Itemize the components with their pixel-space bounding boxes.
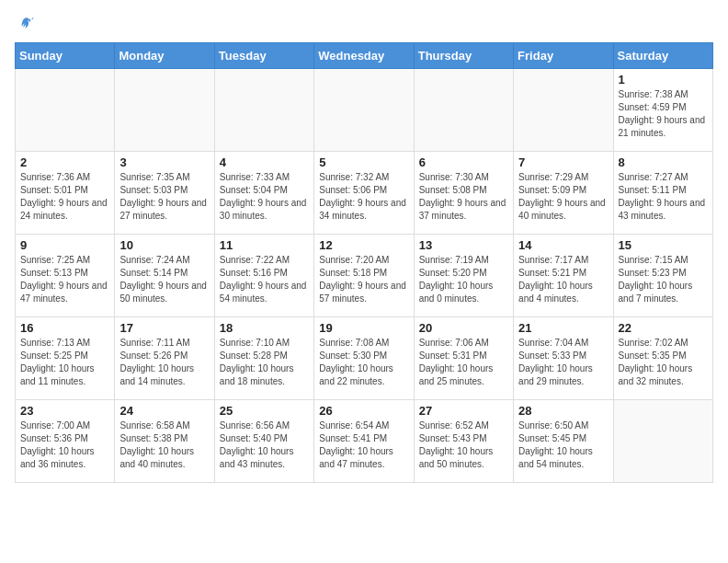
day-number: 9 (20, 238, 109, 252)
calendar-cell: 14Sunrise: 7:17 AM Sunset: 5:21 PM Dayli… (514, 235, 613, 317)
day-info: Sunrise: 6:50 AM Sunset: 5:45 PM Dayligh… (518, 419, 608, 471)
day-info: Sunrise: 7:35 AM Sunset: 5:03 PM Dayligh… (119, 171, 209, 223)
day-number: 8 (619, 155, 708, 169)
day-info: Sunrise: 7:02 AM Sunset: 5:35 PM Dayligh… (619, 337, 708, 388)
day-number: 10 (119, 238, 209, 252)
day-number: 7 (518, 155, 608, 169)
logo-bird-icon (17, 15, 35, 33)
calendar-cell: 20Sunrise: 7:06 AM Sunset: 5:31 PM Dayli… (414, 317, 513, 400)
day-number: 1 (619, 73, 708, 86)
calendar-cell: 4Sunrise: 7:33 AM Sunset: 5:04 PM Daylig… (214, 152, 313, 235)
day-info: Sunrise: 7:36 AM Sunset: 5:01 PM Dayligh… (20, 171, 109, 223)
day-info: Sunrise: 7:20 AM Sunset: 5:18 PM Dayligh… (319, 254, 408, 305)
calendar-cell: 9Sunrise: 7:25 AM Sunset: 5:13 PM Daylig… (16, 235, 115, 317)
calendar-week-row: 1Sunrise: 7:38 AM Sunset: 4:59 PM Daylig… (16, 69, 713, 152)
calendar-cell: 24Sunrise: 6:58 AM Sunset: 5:38 PM Dayli… (115, 400, 214, 483)
day-number: 4 (220, 155, 309, 169)
calendar-cell (414, 69, 513, 152)
calendar-cell: 7Sunrise: 7:29 AM Sunset: 5:09 PM Daylig… (514, 152, 613, 235)
weekday-header-thursday: Thursday (414, 43, 513, 69)
logo (15, 15, 35, 33)
day-number: 5 (319, 155, 408, 169)
day-number: 6 (419, 155, 508, 169)
day-number: 21 (518, 321, 608, 335)
calendar-cell: 11Sunrise: 7:22 AM Sunset: 5:16 PM Dayli… (214, 235, 313, 317)
weekday-header-row: SundayMondayTuesdayWednesdayThursdayFrid… (16, 43, 713, 69)
calendar-cell (214, 69, 313, 152)
calendar-cell: 17Sunrise: 7:11 AM Sunset: 5:26 PM Dayli… (115, 317, 214, 400)
calendar-cell: 15Sunrise: 7:15 AM Sunset: 5:23 PM Dayli… (613, 235, 712, 317)
day-number: 3 (119, 155, 209, 169)
calendar-cell: 3Sunrise: 7:35 AM Sunset: 5:03 PM Daylig… (115, 152, 214, 235)
day-info: Sunrise: 7:25 AM Sunset: 5:13 PM Dayligh… (20, 254, 109, 305)
day-number: 28 (518, 404, 608, 418)
calendar-week-row: 2Sunrise: 7:36 AM Sunset: 5:01 PM Daylig… (16, 152, 713, 235)
calendar-cell: 26Sunrise: 6:54 AM Sunset: 5:41 PM Dayli… (314, 400, 414, 483)
day-number: 2 (20, 155, 109, 169)
day-info: Sunrise: 6:56 AM Sunset: 5:40 PM Dayligh… (220, 419, 309, 471)
day-info: Sunrise: 7:15 AM Sunset: 5:23 PM Dayligh… (619, 254, 708, 305)
day-info: Sunrise: 7:29 AM Sunset: 5:09 PM Dayligh… (518, 171, 608, 223)
calendar-cell: 13Sunrise: 7:19 AM Sunset: 5:20 PM Dayli… (414, 235, 513, 317)
day-info: Sunrise: 7:19 AM Sunset: 5:20 PM Dayligh… (419, 254, 508, 305)
calendar-cell: 27Sunrise: 6:52 AM Sunset: 5:43 PM Dayli… (414, 400, 513, 483)
day-info: Sunrise: 7:08 AM Sunset: 5:30 PM Dayligh… (319, 337, 408, 388)
day-info: Sunrise: 7:30 AM Sunset: 5:08 PM Dayligh… (419, 171, 508, 223)
day-number: 18 (220, 321, 309, 335)
calendar-cell: 18Sunrise: 7:10 AM Sunset: 5:28 PM Dayli… (214, 317, 313, 400)
calendar-cell: 5Sunrise: 7:32 AM Sunset: 5:06 PM Daylig… (314, 152, 414, 235)
day-number: 22 (619, 321, 708, 335)
day-number: 11 (220, 238, 309, 252)
weekday-header-tuesday: Tuesday (214, 43, 313, 69)
day-info: Sunrise: 7:33 AM Sunset: 5:04 PM Dayligh… (220, 171, 309, 223)
calendar-table: SundayMondayTuesdayWednesdayThursdayFrid… (15, 42, 713, 483)
calendar-cell: 1Sunrise: 7:38 AM Sunset: 4:59 PM Daylig… (613, 69, 712, 152)
day-info: Sunrise: 7:17 AM Sunset: 5:21 PM Dayligh… (518, 254, 608, 305)
day-number: 24 (119, 404, 209, 418)
day-info: Sunrise: 7:06 AM Sunset: 5:31 PM Dayligh… (419, 337, 508, 388)
day-info: Sunrise: 6:52 AM Sunset: 5:43 PM Dayligh… (419, 419, 508, 471)
calendar-cell: 2Sunrise: 7:36 AM Sunset: 5:01 PM Daylig… (16, 152, 115, 235)
calendar-cell (314, 69, 414, 152)
calendar-cell: 22Sunrise: 7:02 AM Sunset: 5:35 PM Dayli… (613, 317, 712, 400)
day-number: 14 (518, 238, 608, 252)
calendar-week-row: 16Sunrise: 7:13 AM Sunset: 5:25 PM Dayli… (16, 317, 713, 400)
weekday-header-sunday: Sunday (16, 43, 115, 69)
day-number: 12 (319, 238, 408, 252)
day-number: 23 (20, 404, 109, 418)
day-info: Sunrise: 7:27 AM Sunset: 5:11 PM Dayligh… (619, 171, 708, 223)
day-number: 16 (20, 321, 109, 335)
calendar-cell (16, 69, 115, 152)
day-info: Sunrise: 7:13 AM Sunset: 5:25 PM Dayligh… (20, 337, 109, 388)
calendar-week-row: 9Sunrise: 7:25 AM Sunset: 5:13 PM Daylig… (16, 235, 713, 317)
calendar-cell: 12Sunrise: 7:20 AM Sunset: 5:18 PM Dayli… (314, 235, 414, 317)
day-info: Sunrise: 6:54 AM Sunset: 5:41 PM Dayligh… (319, 419, 408, 471)
weekday-header-monday: Monday (115, 43, 214, 69)
calendar-cell: 19Sunrise: 7:08 AM Sunset: 5:30 PM Dayli… (314, 317, 414, 400)
day-info: Sunrise: 7:04 AM Sunset: 5:33 PM Dayligh… (518, 337, 608, 388)
day-info: Sunrise: 7:32 AM Sunset: 5:06 PM Dayligh… (319, 171, 408, 223)
calendar-cell (613, 400, 712, 483)
day-info: Sunrise: 7:24 AM Sunset: 5:14 PM Dayligh… (119, 254, 209, 305)
calendar-week-row: 23Sunrise: 7:00 AM Sunset: 5:36 PM Dayli… (16, 400, 713, 483)
day-info: Sunrise: 7:10 AM Sunset: 5:28 PM Dayligh… (220, 337, 309, 388)
calendar-cell: 6Sunrise: 7:30 AM Sunset: 5:08 PM Daylig… (414, 152, 513, 235)
calendar-cell: 25Sunrise: 6:56 AM Sunset: 5:40 PM Dayli… (214, 400, 313, 483)
day-info: Sunrise: 7:38 AM Sunset: 4:59 PM Dayligh… (619, 88, 708, 140)
day-number: 13 (419, 238, 508, 252)
calendar-cell: 21Sunrise: 7:04 AM Sunset: 5:33 PM Dayli… (514, 317, 613, 400)
calendar-cell (514, 69, 613, 152)
calendar-cell (115, 69, 214, 152)
weekday-header-wednesday: Wednesday (314, 43, 414, 69)
weekday-header-saturday: Saturday (613, 43, 712, 69)
day-number: 27 (419, 404, 508, 418)
calendar-cell: 28Sunrise: 6:50 AM Sunset: 5:45 PM Dayli… (514, 400, 613, 483)
day-number: 17 (119, 321, 209, 335)
calendar-cell: 8Sunrise: 7:27 AM Sunset: 5:11 PM Daylig… (613, 152, 712, 235)
day-info: Sunrise: 7:00 AM Sunset: 5:36 PM Dayligh… (20, 419, 109, 471)
page-header (15, 15, 713, 33)
day-number: 19 (319, 321, 408, 335)
calendar-cell: 16Sunrise: 7:13 AM Sunset: 5:25 PM Dayli… (16, 317, 115, 400)
calendar-cell: 23Sunrise: 7:00 AM Sunset: 5:36 PM Dayli… (16, 400, 115, 483)
day-info: Sunrise: 7:11 AM Sunset: 5:26 PM Dayligh… (119, 337, 209, 388)
